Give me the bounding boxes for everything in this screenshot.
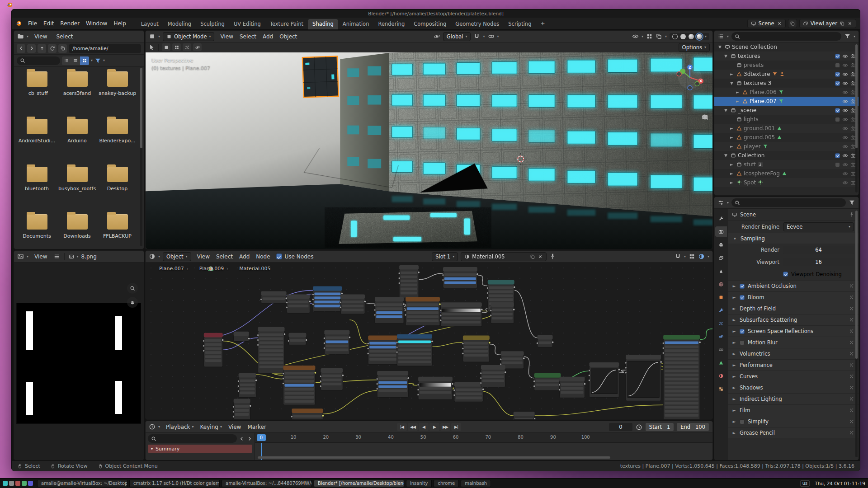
hide-viewport-icon[interactable]	[842, 89, 848, 95]
menu-help[interactable]: Help	[110, 19, 129, 28]
timeline-scrollbar[interactable]	[258, 456, 610, 459]
expand-icon[interactable]: ►	[729, 72, 735, 76]
menu-view[interactable]: View	[194, 253, 213, 261]
menu-file[interactable]: File	[25, 19, 40, 28]
expand-icon[interactable]: ►	[729, 180, 735, 185]
expand-icon[interactable]: ►	[732, 419, 736, 424]
section-checkbox[interactable]	[740, 419, 745, 424]
hide-viewport-icon[interactable]	[842, 108, 848, 113]
menu-marker[interactable]: Marker	[244, 423, 269, 431]
parent-button[interactable]	[38, 44, 46, 53]
pan-gizmo[interactable]	[127, 297, 138, 308]
duplicate-material-icon[interactable]	[530, 254, 535, 259]
include-checkbox[interactable]	[835, 72, 840, 77]
workspace-tab-geometry-nodes[interactable]: Geometry Nodes	[451, 19, 504, 29]
active-tool-icon[interactable]	[148, 44, 155, 51]
material-selector[interactable]: Material.005	[461, 252, 547, 261]
orientation-selector[interactable]: Global▾	[443, 32, 471, 41]
properties-tab-link[interactable]	[715, 344, 727, 355]
editor-type-icon[interactable]	[149, 33, 156, 40]
menu-add[interactable]: Add	[259, 33, 276, 41]
add-workspace-button[interactable]: +	[537, 19, 548, 28]
viewport-denoising-checkbox[interactable]	[783, 272, 788, 277]
hide-viewport-icon[interactable]	[842, 135, 848, 141]
drag-handle-icon[interactable]	[849, 408, 854, 413]
folder-item[interactable]: Arduino	[57, 119, 97, 154]
expand-icon[interactable]: ►	[732, 340, 736, 345]
drag-handle-icon[interactable]	[849, 362, 854, 368]
folder-item[interactable]: acers3fand	[57, 71, 97, 106]
tray-icon[interactable]	[9, 481, 14, 486]
properties-tab-tri[interactable]	[715, 357, 727, 368]
include-checkbox[interactable]	[835, 162, 840, 167]
collapse-icon[interactable]: ▼	[723, 54, 729, 58]
tray-icon[interactable]	[3, 481, 8, 486]
outliner-row-textures-3[interactable]: ▼textures 3	[714, 79, 859, 88]
folder-item[interactable]: _cb_stuff	[17, 71, 57, 106]
properties-tab-layers[interactable]	[715, 253, 727, 263]
back-button[interactable]	[17, 44, 25, 53]
expand-icon[interactable]: ►	[732, 397, 736, 401]
outliner-row-ground-001[interactable]: ►ground.001	[714, 124, 859, 133]
drag-handle-icon[interactable]	[849, 419, 854, 424]
folder-item[interactable]: FFLBACKUP	[97, 214, 137, 249]
file-search-input[interactable]	[17, 56, 60, 65]
section-checkbox[interactable]	[740, 284, 745, 289]
image-name[interactable]: 8.png	[81, 253, 97, 260]
properties-tab-checker[interactable]	[715, 384, 727, 394]
menu-render[interactable]: Render	[57, 19, 83, 28]
remove-viewlayer-icon[interactable]	[847, 21, 853, 26]
section-motion-blur[interactable]: ►Motion Blur	[728, 337, 859, 348]
task-button[interactable]: amalie-VirtualBox: ~/...84480769MW/d...	[222, 480, 312, 487]
properties-tab-sq[interactable]	[715, 292, 727, 302]
expand-icon[interactable]: ►	[732, 352, 736, 356]
tray-icon[interactable]	[28, 481, 33, 486]
collapse-icon[interactable]: ▼	[723, 153, 729, 158]
visibility-toggle-icon[interactable]	[632, 33, 639, 40]
shading-rendered[interactable]	[697, 34, 702, 39]
hide-viewport-icon[interactable]	[842, 53, 848, 59]
collapse-icon[interactable]	[239, 436, 245, 441]
outliner-scrollbar[interactable]	[855, 44, 858, 192]
outliner-row--scene[interactable]: ▼_scene	[714, 106, 859, 115]
drag-handle-icon[interactable]	[849, 351, 854, 357]
workspace-tab-shading[interactable]: Shading	[308, 19, 338, 29]
outliner-row-plane-006[interactable]: ►Plane.006	[714, 88, 859, 97]
menu-playback[interactable]: Playback▾	[163, 423, 197, 431]
section-checkbox[interactable]	[740, 329, 745, 334]
pivot-icon[interactable]	[434, 33, 440, 40]
proportional-edit-icon[interactable]	[488, 33, 495, 40]
overlay-icon[interactable]	[689, 253, 695, 260]
drag-handle-icon[interactable]	[849, 340, 854, 345]
pin-icon[interactable]	[549, 253, 556, 260]
image-browse-icon[interactable]	[69, 254, 74, 259]
prev-keyframe-button[interactable]: ◀◀	[408, 423, 418, 431]
include-checkbox[interactable]	[835, 81, 840, 86]
slot-selector[interactable]: Slot 1▾	[432, 252, 458, 261]
snap-icon[interactable]	[473, 33, 480, 40]
hide-viewport-icon[interactable]	[842, 126, 848, 131]
hide-viewport-icon[interactable]	[842, 144, 848, 150]
playhead-frame-badge[interactable]: 0	[257, 434, 266, 441]
copy-viewlayer-icon[interactable]	[840, 21, 845, 26]
workspace-tab-scripting[interactable]: Scripting	[504, 19, 536, 29]
engine-dropdown[interactable]: Eevee▾	[783, 222, 854, 231]
menu-select[interactable]: Select	[53, 33, 76, 41]
menu-object[interactable]: Object	[276, 33, 300, 41]
outliner-row-3dtexture[interactable]: ►3dtexture	[714, 70, 859, 79]
editor-type-icon[interactable]	[717, 199, 724, 206]
refresh-button[interactable]	[48, 44, 57, 53]
editor-type-icon[interactable]	[17, 253, 24, 260]
menu-icon[interactable]	[53, 253, 60, 260]
properties-tab-sphere[interactable]	[715, 371, 727, 381]
editor-type-icon[interactable]	[17, 33, 24, 40]
folder-item[interactable]: Desktop	[97, 167, 137, 202]
hide-viewport-icon[interactable]	[842, 171, 848, 177]
drag-handle-icon[interactable]	[849, 306, 854, 311]
expand-icon[interactable]: ►	[735, 90, 741, 94]
section-checkbox[interactable]	[740, 340, 745, 345]
collapse-icon[interactable]: ▼	[717, 45, 723, 49]
hide-viewport-icon[interactable]	[842, 162, 848, 168]
properties-search-input[interactable]	[731, 198, 846, 207]
menu-select[interactable]: Select	[236, 33, 259, 41]
